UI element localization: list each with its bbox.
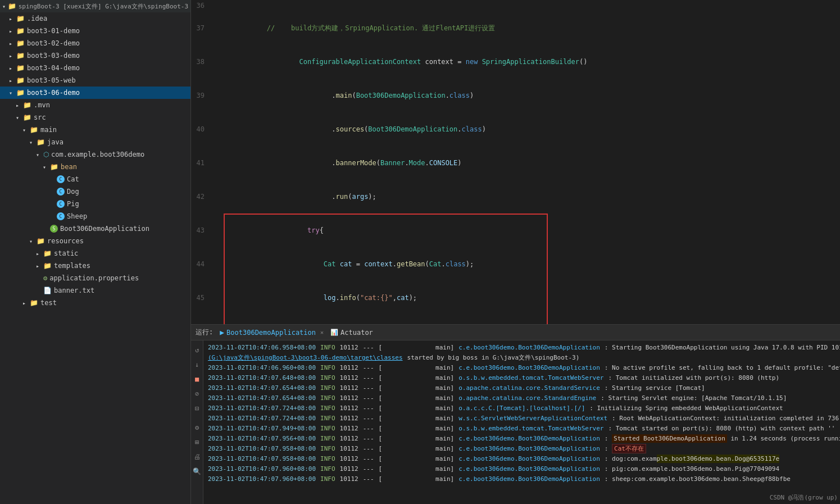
sidebar-item-templates[interactable]: ▸ 📁 templates	[0, 260, 190, 272]
bottom-content: ↺ ↓ ■ ⊘ ⊟ ⚙ ⊞ 🖨 🔍 2023-11-02T10:47:06.95…	[191, 340, 840, 504]
expand-arrow: ▸	[9, 53, 15, 59]
log-time-4: 2023-11-02T10:47:07.648+08:00	[208, 373, 316, 383]
boot305-label: boot3-05-web	[27, 76, 76, 84]
sidebar-item-boot302[interactable]: ▸ 📁 boot3-02-demo	[0, 37, 190, 49]
line-num-38: 38	[191, 56, 214, 67]
log-sep-8: ---	[363, 414, 374, 424]
log-line-9: 2023-11-02T10:47:07.949+08:00 INFO 10112…	[208, 424, 836, 434]
log-pid-4: 10112	[340, 373, 358, 383]
log-thread-6: main]	[387, 393, 454, 403]
run-app-button[interactable]: ▶ Boot306DemoApplication ✕	[220, 328, 324, 337]
sidebar-item-test[interactable]: ▸ 📁 test	[0, 297, 190, 309]
log-sep-13: ---	[363, 464, 374, 474]
log-panel[interactable]: 2023-11-02T10:47:06.958+08:00 INFO 10112…	[203, 340, 840, 504]
log-sep: ---	[363, 343, 374, 353]
sidebar-item-mvn[interactable]: ▸ 📁 .mvn	[0, 99, 190, 111]
folder-icon: 📁	[16, 15, 25, 22]
close-run-tab[interactable]: ✕	[320, 329, 324, 335]
sidebar-item-java[interactable]: ▾ 📁 java	[0, 136, 190, 148]
search-console-button[interactable]: 🔍	[192, 466, 202, 476]
log-line-6: 2023-11-02T10:47:07.654+08:00 INFO 10112…	[208, 393, 836, 403]
sidebar-item-main[interactable]: ▾ 📁 main	[0, 124, 190, 136]
log-thread: main]	[387, 343, 454, 353]
log-class-3: c.e.boot306demo.Boot306DemoApplication	[458, 363, 600, 373]
print-button[interactable]: 🖨	[192, 452, 202, 462]
expand-arrow: ▸	[22, 300, 28, 306]
boot301-label: boot3-01-demo	[27, 27, 80, 35]
folder-icon: 📁	[30, 299, 38, 307]
sidebar-item-dog[interactable]: ▸ C Dog	[0, 185, 190, 198]
log-line-10: 2023-11-02T10:47:07.956+08:00 INFO 10112…	[208, 434, 836, 444]
log-time-8: 2023-11-02T10:47:07.724+08:00	[208, 414, 316, 424]
line-content-39: .main(Boot306DemoApplication.class)	[214, 79, 840, 112]
log-class-6: o.apache.catalina.core.StandardEngine	[458, 393, 596, 403]
sidebar-item-boot303[interactable]: ▸ 📁 boot3-03-demo	[0, 49, 190, 62]
main-label: main	[40, 126, 57, 134]
log-sep-3: ---	[363, 363, 374, 373]
log-time-3: 2023-11-02T10:47:06.960+08:00	[208, 363, 316, 373]
log-time-14: 2023-11-02T10:47:07.960+08:00	[208, 474, 316, 484]
log-msg: : Starting Boot306DemoApplication using …	[605, 343, 840, 353]
log-level-9: INFO	[320, 424, 335, 434]
sidebar-item-boot305[interactable]: ▸ 📁 boot3-05-web	[0, 74, 190, 87]
clear-console-button[interactable]: ⊘	[192, 389, 202, 399]
sidebar-item-boot306[interactable]: ▾ 📁 boot3-06-demo	[0, 87, 190, 99]
sidebar-item-idea[interactable]: ▸ 📁 .idea	[0, 12, 190, 25]
banner-txt-label: banner.txt	[54, 287, 94, 294]
settings-button[interactable]: ⚙	[192, 423, 202, 433]
log-level-6: INFO	[320, 393, 335, 403]
code-line-43: 43 try{	[191, 214, 840, 247]
log-line-link: (G:\java文件\spingBoot-3\boot3-06-demo\tar…	[208, 353, 836, 363]
sidebar-item-src[interactable]: ▾ 📁 src	[0, 111, 190, 124]
sheep-icon: C	[57, 212, 65, 220]
code-line-45: 45 log.info("cat:{}",cat);	[191, 281, 840, 315]
sidebar-item-package[interactable]: ▾ ⬡ com.example.boot306demo	[0, 148, 190, 161]
log-class-14: c.e.boot306demo.Boot306DemoApplication	[458, 474, 600, 484]
stop-button[interactable]: ■	[192, 374, 202, 384]
expand-arrow: ▸	[36, 263, 42, 269]
rerun-button[interactable]: ↺	[192, 345, 202, 355]
log-bracket: [	[379, 343, 383, 353]
log-bracket-12: [	[379, 454, 383, 464]
sidebar-item-banner-txt[interactable]: ▸ 📄 banner.txt	[0, 284, 190, 297]
log-path-link[interactable]: (G:\java文件\spingBoot-3\boot3-06-demo\tar…	[208, 353, 403, 363]
log-class-11: c.e.boot306demo.Boot306DemoApplication	[458, 444, 600, 454]
log-bracket-4: [	[379, 373, 383, 383]
sidebar-item-boot306app[interactable]: ▸ S Boot306DemoApplication	[0, 223, 190, 235]
layout-button[interactable]: ⊞	[192, 437, 202, 447]
log-time-12: 2023-11-02T10:47:07.958+08:00	[208, 454, 316, 464]
code-line-39: 39 .main(Boot306DemoApplication.class)	[191, 79, 840, 112]
log-msg-7: : Initializing Spring embedded WebApplic…	[589, 403, 783, 414]
log-level-12: INFO	[320, 454, 335, 464]
sidebar-item-bean-folder[interactable]: ▾ 📁 bean	[0, 161, 190, 173]
log-pid-9: 10112	[340, 424, 358, 434]
file-icon: 📄	[43, 287, 52, 294]
sidebar-item-static[interactable]: ▸ 📁 static	[0, 247, 190, 260]
sidebar-item-pig[interactable]: ▸ C Pig	[0, 198, 190, 210]
log-sep-14: ---	[363, 474, 374, 484]
scroll-down-button[interactable]: ↓	[192, 360, 202, 370]
log-class-12: c.e.boot306demo.Boot306DemoApplication	[458, 454, 600, 464]
log-class-13: c.e.boot306demo.Boot306DemoApplication	[458, 464, 600, 474]
log-pid-6: 10112	[340, 393, 358, 403]
log-thread-14: main]	[387, 474, 454, 484]
log-time-13: 2023-11-02T10:47:07.960+08:00	[208, 464, 316, 474]
sidebar-item-boot301[interactable]: ▸ 📁 boot3-01-demo	[0, 25, 190, 37]
actuator-button[interactable]: 📊 Actuator	[330, 329, 373, 337]
sidebar-item-cat[interactable]: ▸ C Cat	[0, 173, 190, 185]
sidebar-item-application-properties[interactable]: ▸ ⚙ application.properties	[0, 272, 190, 284]
code-container[interactable]: 36 37 // build方式构建，SrpingApplication. 通过…	[191, 0, 840, 324]
folder-icon: 📁	[37, 138, 45, 146]
log-level-13: INFO	[320, 464, 335, 474]
log-time-6: 2023-11-02T10:47:07.654+08:00	[208, 393, 316, 403]
sidebar-item-boot304[interactable]: ▸ 📁 boot3-04-demo	[0, 62, 190, 74]
log-pid-3: 10112	[340, 363, 358, 373]
expand-arrow-idea: ▸	[9, 16, 15, 22]
folder-icon: 📁	[16, 27, 25, 35]
line-num-44: 44	[191, 258, 214, 270]
filter-button[interactable]: ⊟	[192, 403, 202, 414]
sidebar-item-resources[interactable]: ▾ 📁 resources	[0, 235, 190, 247]
sidebar-item-spingboot3[interactable]: ▾ 📁 spingBoot-3 [xuexi文件] G:\java文件\spin…	[0, 0, 190, 12]
sidebar-item-sheep[interactable]: ▸ C Sheep	[0, 210, 190, 223]
log-level-14: INFO	[320, 474, 335, 484]
